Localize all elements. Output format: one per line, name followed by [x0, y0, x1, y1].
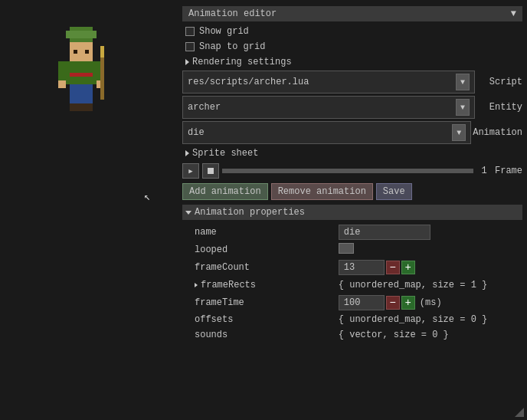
properties-triangle	[185, 211, 191, 215]
rendering-settings-row[interactable]: Rendering settings	[182, 55, 522, 69]
rendering-settings-label: Rendering settings	[192, 57, 292, 67]
prop-frametime-value-cell: − + (ms)	[336, 294, 522, 312]
snap-to-grid-row[interactable]: Snap to grid	[182, 40, 522, 54]
offsets-value: { unordered_map, size = 0 }	[339, 314, 487, 325]
animation-select-field[interactable]: die ▼	[182, 121, 471, 144]
remove-animation-button[interactable]: Remove animation	[271, 183, 373, 200]
animation-dropdown-btn[interactable]: ▼	[452, 124, 466, 141]
frame-label: Frame	[495, 166, 522, 176]
header-dropdown-arrow: ▼	[511, 8, 516, 19]
prop-offsets-label: offsets	[182, 312, 336, 327]
svg-rect-16	[100, 54, 104, 100]
prop-name-row: name	[182, 223, 522, 241]
frame-row: ▶ 1 Frame	[182, 162, 522, 180]
show-grid-label: Show grid	[199, 26, 249, 37]
svg-rect-12	[70, 84, 81, 103]
framecount-input[interactable]	[339, 260, 385, 275]
prop-name-label: name	[182, 223, 336, 241]
animation-select-row: die ▼ Animation	[182, 121, 522, 144]
svg-rect-2	[70, 38, 93, 42]
prop-sounds-row: sounds { vector, size = 0 }	[182, 327, 522, 343]
prop-framecount-value-cell: − +	[336, 258, 522, 277]
script-dropdown-btn[interactable]: ▼	[456, 74, 470, 90]
animation-label: Animation	[473, 127, 522, 138]
prop-framecount-label: frameCount	[182, 258, 336, 277]
animation-value: die	[188, 127, 205, 138]
prop-looped-label: looped	[182, 241, 336, 258]
prop-frametime-label: frameTime	[182, 294, 336, 312]
prop-sounds-value: { vector, size = 0 }	[336, 327, 522, 343]
save-button[interactable]: Save	[376, 183, 412, 200]
animation-editor-header[interactable]: Animation editor ▼	[182, 6, 522, 21]
entity-label: Entity	[476, 102, 522, 113]
corner-indicator	[515, 408, 524, 417]
script-select-field[interactable]: res/scripts/archer.lua ▼	[182, 71, 475, 94]
script-value: res/scripts/archer.lua	[188, 77, 309, 87]
svg-rect-14	[70, 103, 81, 111]
entity-select-field[interactable]: archer ▼	[182, 96, 475, 119]
prop-frametime-row: frameTime − + (ms)	[182, 294, 522, 312]
animation-properties-header[interactable]: Animation properties	[182, 205, 522, 220]
name-input[interactable]	[339, 225, 430, 240]
script-select-row: res/scripts/archer.lua ▼ Script	[182, 71, 522, 94]
mouse-cursor: ↖	[144, 190, 150, 203]
sprite-preview	[51, 23, 127, 123]
framecount-plus-btn[interactable]: +	[401, 261, 415, 274]
show-grid-row[interactable]: Show grid	[182, 25, 522, 38]
action-buttons-row: Add animation Remove animation Save	[182, 183, 522, 200]
prop-offsets-value: { unordered_map, size = 0 }	[336, 312, 522, 327]
show-grid-checkbox[interactable]	[185, 27, 195, 36]
snap-to-grid-label: Snap to grid	[199, 41, 265, 52]
entity-select-row: archer ▼ Entity	[182, 96, 522, 119]
svg-rect-1	[66, 31, 97, 38]
stop-icon	[208, 168, 214, 174]
animation-editor-title: Animation editor	[188, 8, 277, 19]
frametime-plus-btn[interactable]: +	[401, 296, 415, 310]
svg-rect-15	[81, 103, 93, 111]
properties-table: name looped frameCount	[182, 223, 522, 343]
animation-properties-title: Animation properties	[195, 207, 305, 218]
right-panel: Animation editor ▼ Show grid Snap to gri…	[178, 0, 527, 420]
script-label: Script	[476, 77, 522, 87]
prop-framerects-value: { unordered_map, size = 1 }	[336, 277, 522, 294]
prop-offsets-row: offsets { unordered_map, size = 0 }	[182, 312, 522, 327]
svg-rect-5	[85, 50, 89, 54]
snap-to-grid-checkbox[interactable]	[185, 42, 195, 51]
svg-rect-4	[74, 50, 77, 54]
frametime-input[interactable]	[339, 295, 385, 310]
play-icon: ▶	[188, 167, 192, 176]
framecount-minus-btn[interactable]: −	[386, 261, 400, 274]
svg-rect-0	[70, 27, 93, 31]
framecount-controls: − +	[339, 260, 519, 275]
svg-rect-10	[58, 80, 66, 88]
framerects-collapsible[interactable]: frameRects	[195, 278, 329, 292]
prop-framerects-row: frameRects { unordered_map, size = 1 }	[182, 277, 522, 294]
frame-slider[interactable]	[222, 169, 473, 173]
play-button[interactable]: ▶	[182, 163, 199, 179]
prop-sounds-label: sounds	[182, 327, 336, 343]
sprite-sheet-label: Sprite sheet	[192, 148, 258, 159]
framerects-triangle	[195, 283, 198, 287]
frame-value: 1	[476, 166, 492, 176]
svg-rect-17	[100, 46, 104, 57]
svg-rect-13	[81, 84, 93, 103]
frametime-controls: − + (ms)	[339, 295, 519, 310]
prop-name-value-cell	[336, 223, 522, 241]
framerects-value: { unordered_map, size = 1 }	[339, 280, 487, 290]
add-animation-button[interactable]: Add animation	[182, 183, 268, 200]
prop-framecount-row: frameCount − +	[182, 258, 522, 277]
prop-framerects-cell[interactable]: frameRects	[182, 277, 336, 294]
svg-rect-7	[70, 73, 93, 77]
entity-value: archer	[188, 102, 221, 113]
prop-looped-row: looped	[182, 241, 522, 258]
stop-button[interactable]	[202, 163, 219, 179]
entity-dropdown-btn[interactable]: ▼	[456, 99, 470, 116]
svg-rect-8	[58, 61, 66, 80]
looped-toggle[interactable]	[339, 243, 354, 254]
svg-rect-3	[70, 42, 93, 61]
sounds-value: { vector, size = 0 }	[339, 330, 449, 340]
sprite-sheet-row[interactable]: Sprite sheet	[182, 146, 522, 160]
frametime-unit: (ms)	[420, 297, 442, 308]
left-panel: ↖	[0, 0, 178, 420]
frametime-minus-btn[interactable]: −	[386, 296, 400, 310]
